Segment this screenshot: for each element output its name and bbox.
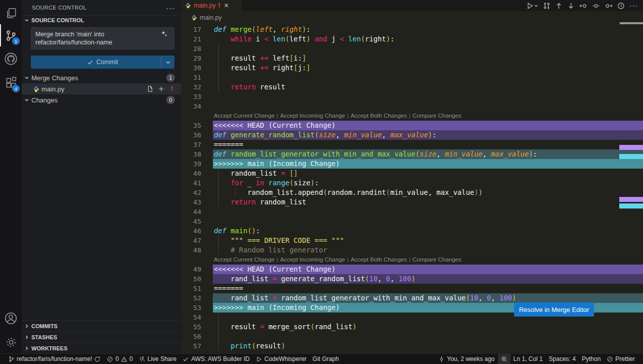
explorer-icon[interactable] <box>0 2 22 24</box>
file-name: main.py <box>41 85 145 93</box>
code-line-21: 21while i < len(left) and j < len(right)… <box>181 34 643 44</box>
accept-current-change-link[interactable]: Accept Current Change <box>214 113 274 119</box>
timeline-icon[interactable] <box>617 2 625 10</box>
commits-section[interactable]: COMMITS <box>22 320 181 331</box>
compare-changes-link[interactable]: Compare Changes <box>412 256 462 263</box>
formatter-indicator[interactable]: Prettier <box>604 354 638 364</box>
worktrees-section[interactable]: WORKTREES <box>22 342 181 353</box>
open-file-icon[interactable] <box>147 85 154 92</box>
tab-close-icon[interactable]: ✕ <box>224 2 229 9</box>
sync-icon[interactable] <box>94 356 101 362</box>
code-line-49: 49<<<<<<< HEAD (Current Change) <box>181 265 643 274</box>
overview-ruler-mark <box>619 154 643 159</box>
code-line-17: 17def merge(left, right): <box>181 25 643 34</box>
accept-both-changes-link[interactable]: Accept Both Changes <box>351 256 407 263</box>
conflict-marker-icon[interactable] <box>592 2 600 10</box>
stashes-label: STASHES <box>31 334 175 340</box>
scrollbar-thumb[interactable] <box>620 22 643 24</box>
overview-ruler-mark <box>619 197 643 202</box>
codewhisperer-button[interactable]: CodeWhisperer <box>253 354 309 364</box>
accept-current-change-link[interactable]: Accept Current Change <box>214 256 274 263</box>
extensions-icon[interactable]: 4 <box>0 72 22 94</box>
breadcrumb[interactable]: main.py <box>181 11 643 24</box>
line-number: 31 <box>181 73 201 82</box>
git-blame-indicator[interactable]: You, 2 weeks ago <box>435 354 497 364</box>
conflict-status-indicator: ! <box>169 85 175 92</box>
tab-error-indicator: ! <box>218 2 220 9</box>
editor-group: main.py ! ✕ ··· main.py 17def merge(left… <box>181 0 643 353</box>
commit-message-input[interactable]: Merge branch 'main' into refactor/faris/… <box>31 27 174 49</box>
accept-both-changes-link[interactable]: Accept Both Changes <box>351 113 407 119</box>
code-line-32: 32return result <box>181 82 643 92</box>
next-change-icon[interactable] <box>567 2 575 10</box>
accept-incoming-change-link[interactable]: Accept Incoming Change <box>280 113 345 119</box>
commit-button-divider <box>161 58 161 67</box>
account-icon[interactable] <box>0 307 22 329</box>
code-line-33: 33 <box>181 92 643 101</box>
overview-ruler-mark <box>619 203 643 209</box>
accept-incoming-change-link[interactable]: Accept Incoming Change <box>280 256 345 263</box>
tab-main-py[interactable]: main.py ! ✕ <box>181 0 242 11</box>
line-number: 39 <box>181 159 201 169</box>
file-row-main-py[interactable]: main.py ! <box>22 83 181 94</box>
code-line-50: 50rand_list = generate_random_list(10, 0… <box>181 274 643 284</box>
sidebar-title-row: SOURCE CONTROL ··· <box>22 0 181 15</box>
indentation-indicator[interactable]: Spaces: 4 <box>546 354 579 364</box>
line-number: 42 <box>181 188 201 197</box>
more-actions-icon[interactable]: ··· <box>166 4 175 12</box>
line-number: 57 <box>181 341 201 351</box>
aws-builder-id-button[interactable]: AWS: AWS Builder ID <box>179 354 253 364</box>
code-line-36: 36def generate_random_list(size, min_val… <box>181 130 643 140</box>
code-line-55: 55result = merge_sort(rand_list) <box>181 322 643 332</box>
settings-gear-icon[interactable] <box>0 331 22 353</box>
changes-section[interactable]: Changes 0 <box>22 94 181 106</box>
resolve-in-merge-editor-button[interactable]: Resolve in Merge Editor <box>514 302 594 317</box>
editor-actions: ··· <box>526 0 643 11</box>
sidebar-source-control: SOURCE CONTROL ··· SOURCE CONTROL Merge … <box>22 0 181 353</box>
github-icon[interactable] <box>0 47 22 70</box>
code-line-37: 37======= <box>181 140 643 149</box>
zoom-indicator[interactable] <box>498 354 511 364</box>
resolve-button-label: Resolve in Merge Editor <box>519 306 589 314</box>
more-actions-icon[interactable]: ··· <box>629 2 638 10</box>
code-line-30: 30result += right[j:] <box>181 63 643 73</box>
commit-dropdown-icon[interactable] <box>165 60 171 67</box>
code-line-29: 29result += left[i:] <box>181 54 643 63</box>
merge-changes-section[interactable]: Merge Changes 1 <box>22 72 181 83</box>
source-control-section-header[interactable]: SOURCE CONTROL <box>22 15 181 24</box>
active-view-indicator <box>0 24 1 46</box>
aws-label: AWS: AWS Builder ID <box>191 355 250 362</box>
stage-changes-icon[interactable] <box>158 85 165 92</box>
line-number: 51 <box>181 284 201 293</box>
commit-message-line1: Merge branch 'main' into <box>35 30 162 38</box>
language-label: Python <box>582 355 601 362</box>
problems-indicator[interactable]: 0 0 <box>104 354 135 364</box>
line-number: 17 <box>181 25 201 34</box>
next-conflict-icon[interactable] <box>605 2 613 10</box>
copilot-sparkle-icon[interactable] <box>161 30 168 39</box>
previous-change-icon[interactable] <box>555 2 563 10</box>
source-control-icon[interactable]: 1 <box>0 24 22 46</box>
code-line-57: 57print(result) <box>181 341 643 351</box>
code-line-42: 42random_list.append(random.randint(min_… <box>181 188 643 197</box>
compare-changes-link[interactable]: Compare Changes <box>412 113 462 119</box>
branch-indicator[interactable]: refactor/faris/function-name! <box>5 354 104 364</box>
line-number: 37 <box>181 140 201 149</box>
previous-conflict-icon[interactable] <box>579 2 587 10</box>
open-changes-icon[interactable] <box>543 2 550 10</box>
git-graph-button[interactable]: Git Graph <box>309 354 342 364</box>
cursor-position-indicator[interactable]: Ln 1, Col 1 <box>511 354 546 364</box>
line-number: 46 <box>181 226 201 236</box>
line-number: 40 <box>181 169 201 178</box>
commit-button[interactable]: Commit <box>31 56 174 69</box>
line-number: 38 <box>181 149 201 159</box>
line-number: 44 <box>181 207 201 217</box>
code-line-51: 51======= <box>181 284 643 293</box>
code-line-31: 31 <box>181 73 643 82</box>
error-count: 0 <box>115 355 119 362</box>
live-share-button[interactable]: Live Share <box>136 354 179 364</box>
run-python-file-icon[interactable] <box>526 2 538 10</box>
language-mode-indicator[interactable]: Python <box>579 354 604 364</box>
stashes-section[interactable]: STASHES <box>22 331 181 342</box>
blame-label: You, 2 weeks ago <box>447 355 494 362</box>
